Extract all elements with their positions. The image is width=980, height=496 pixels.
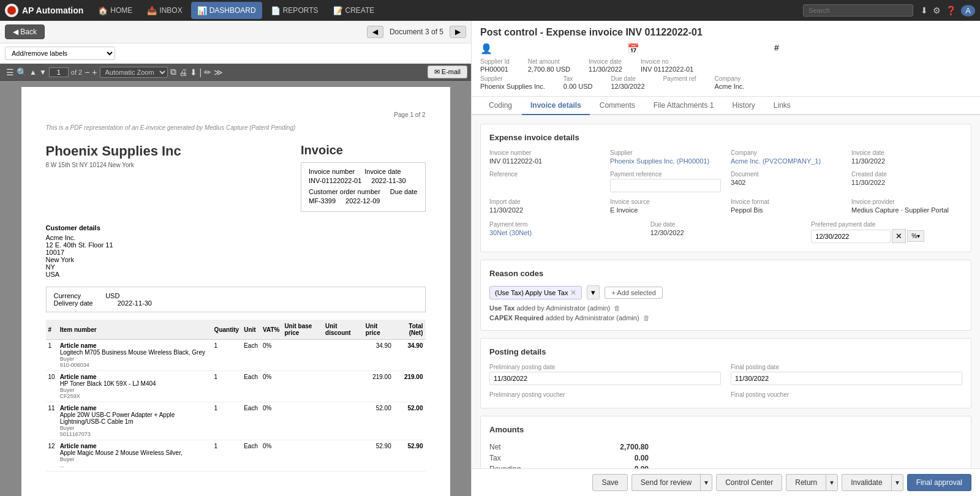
- reference-label: Reference: [489, 171, 600, 178]
- send-review-dropdown[interactable]: ▾: [700, 474, 712, 491]
- nav-home[interactable]: 🏠 HOME: [92, 2, 138, 19]
- tab-comments[interactable]: Comments: [591, 97, 644, 115]
- download-icon[interactable]: ⬇: [921, 6, 928, 15]
- tax-label: Tax: [564, 75, 593, 82]
- field-supplier: Supplier Phoenix Supplies Inc. (PH00001): [610, 149, 721, 165]
- hash-icon: #: [774, 43, 779, 54]
- reason-code-remove[interactable]: ✕: [570, 288, 576, 297]
- logo-icon: [5, 4, 18, 17]
- reason-dropdown-btn[interactable]: ▾: [587, 285, 600, 299]
- amounts-section: Amounts Net 2,700.80 Tax 0.00 Rounding 0…: [480, 416, 971, 468]
- next-doc-button[interactable]: ▶: [450, 26, 466, 38]
- pdf-download-btn[interactable]: ⬇: [190, 67, 197, 77]
- invoice-provider-value: Medius Capture · Supplier Portal: [851, 206, 962, 214]
- settings-icon[interactable]: ⚙: [933, 6, 941, 15]
- amount-tax: Tax 0.00: [489, 453, 649, 464]
- right-header: Post control - Expense invoice INV 01122…: [472, 21, 980, 97]
- item-unit: Each: [241, 402, 260, 440]
- company-field-label: Company: [731, 149, 842, 156]
- field-invoice-format: Invoice format Peppol Bis: [731, 198, 842, 214]
- pdf-viewer[interactable]: Page 1 of 2 This is a PDF representation…: [0, 81, 471, 496]
- pdf-delivery-value: 2022-11-30: [118, 299, 152, 307]
- item-vat: 0%: [260, 402, 282, 440]
- tab-history[interactable]: History: [723, 97, 763, 115]
- pdf-next-page-btn[interactable]: ▼: [39, 68, 47, 77]
- control-center-button[interactable]: Control Center: [716, 474, 782, 491]
- labels-bar: Add/remove labels: [0, 43, 471, 64]
- user-avatar[interactable]: A: [961, 5, 975, 17]
- tab-invoice-details[interactable]: Invoice details: [522, 97, 590, 115]
- add-selected-button[interactable]: + Add selected: [605, 287, 662, 299]
- pdf-pen-btn[interactable]: ✏: [204, 67, 211, 77]
- capex-delete[interactable]: 🗑: [643, 314, 650, 321]
- pdf-currency-value: USD: [105, 292, 119, 299]
- pdf-zoom-select[interactable]: Automatic Zoom: [100, 67, 168, 78]
- invoice-format-value: Peppol Bis: [731, 206, 842, 214]
- field-invoice-source: Invoice source E Invoice: [610, 198, 721, 214]
- company-link[interactable]: Acme Inc. (PV2COMPANY_1): [731, 157, 821, 165]
- pdf-zoom-out-btn[interactable]: −: [85, 67, 89, 77]
- pdf-open-btn[interactable]: ⧉: [170, 67, 176, 77]
- payment-term-link[interactable]: 30Net (30Net): [489, 229, 532, 236]
- tab-coding[interactable]: Coding: [480, 97, 521, 115]
- import-date-value: 11/30/2022: [489, 206, 600, 214]
- pdf-cursor-btn[interactable]: |: [200, 67, 202, 77]
- invoice-title: Post control - Expense invoice INV 01122…: [480, 27, 971, 38]
- import-date-label: Import date: [489, 198, 600, 205]
- meta-net-amount: Net amount 2,700.80 USD: [528, 58, 570, 73]
- nav-inbox[interactable]: 📥 INBOX: [141, 2, 188, 19]
- send-review-button[interactable]: Send for review: [631, 474, 700, 491]
- email-button[interactable]: ✉ E-mail: [428, 66, 467, 78]
- preferred-payment-clear[interactable]: ✕: [892, 229, 906, 243]
- prelim-date-label: Preliminary posting date: [489, 364, 721, 370]
- payment-reference-input[interactable]: [610, 179, 721, 192]
- preferred-payment-input[interactable]: [811, 230, 891, 243]
- search-container: [803, 4, 913, 17]
- save-button[interactable]: Save: [592, 474, 627, 491]
- use-tax-delete[interactable]: 🗑: [614, 304, 620, 312]
- return-dropdown[interactable]: ▾: [826, 474, 838, 491]
- pdf-prev-page-btn[interactable]: ▲: [29, 68, 37, 77]
- invalidate-button[interactable]: Invalidate: [842, 474, 891, 491]
- prev-doc-button[interactable]: ◀: [367, 26, 383, 38]
- send-review-split: Send for review ▾: [631, 474, 712, 491]
- pdf-inv-date-value: 2022-11-30: [371, 177, 405, 184]
- pdf-zoom-in-btn[interactable]: +: [92, 67, 97, 77]
- pdf-print-btn[interactable]: 🖨: [179, 67, 187, 77]
- labels-select[interactable]: Add/remove labels: [5, 47, 115, 60]
- pdf-item-row: 12 Article name Apple Magic Mouse 2 Mous…: [46, 440, 426, 472]
- tab-links[interactable]: Links: [765, 97, 799, 115]
- pdf-page-input[interactable]: [49, 67, 69, 77]
- invoice-no-value: INV 01122022-01: [641, 66, 693, 73]
- document-label: Document: [731, 171, 842, 178]
- meta-icon-row: 👤 📅 #: [480, 43, 971, 54]
- field-prelim-date: Preliminary posting date: [489, 364, 721, 385]
- supplier-link[interactable]: Phoenix Supplies Inc. (PH00001): [610, 157, 709, 165]
- nav-dashboard[interactable]: 📊 DASHBOARD: [191, 2, 262, 19]
- due-date-detail-value: 12/30/2022: [650, 229, 802, 236]
- nav-create[interactable]: 📝 CREATE: [327, 2, 381, 19]
- pdf-currency-label: Currency: [54, 292, 81, 299]
- person-icon: 👤: [480, 43, 492, 54]
- pdf-company-name: Phoenix Supplies Inc: [46, 143, 181, 159]
- item-unit-base-price: [282, 402, 323, 440]
- final-date-input[interactable]: [731, 372, 962, 385]
- tab-file-attachments[interactable]: File Attachments 1: [645, 97, 723, 115]
- item-unit-base-price: [282, 440, 323, 472]
- pdf-more-btn[interactable]: ≫: [214, 67, 223, 77]
- help-icon[interactable]: ❓: [946, 6, 956, 15]
- invalidate-dropdown[interactable]: ▾: [891, 474, 903, 491]
- right-panel: Post control - Expense invoice INV 01122…: [472, 21, 980, 496]
- final-approval-button[interactable]: Final approval: [907, 474, 971, 491]
- search-input[interactable]: [803, 4, 913, 17]
- nav-reports[interactable]: 📄 REPORTS: [265, 2, 325, 19]
- back-button[interactable]: ◀ Back: [5, 24, 45, 39]
- prelim-date-input[interactable]: [489, 372, 721, 385]
- preferred-payment-unit[interactable]: %▾: [907, 230, 924, 242]
- pdf-search-btn[interactable]: 🔍: [17, 67, 27, 77]
- reports-icon: 📄: [271, 6, 281, 15]
- pdf-info-box: Invoice number Invoice date INV-01122022…: [301, 162, 425, 212]
- sidebar-toggle-btn[interactable]: ☰: [6, 67, 14, 77]
- return-button[interactable]: Return: [786, 474, 826, 491]
- reason-codes-section: Reason codes (Use Tax) Apply Use Tax ✕ ▾…: [480, 260, 971, 331]
